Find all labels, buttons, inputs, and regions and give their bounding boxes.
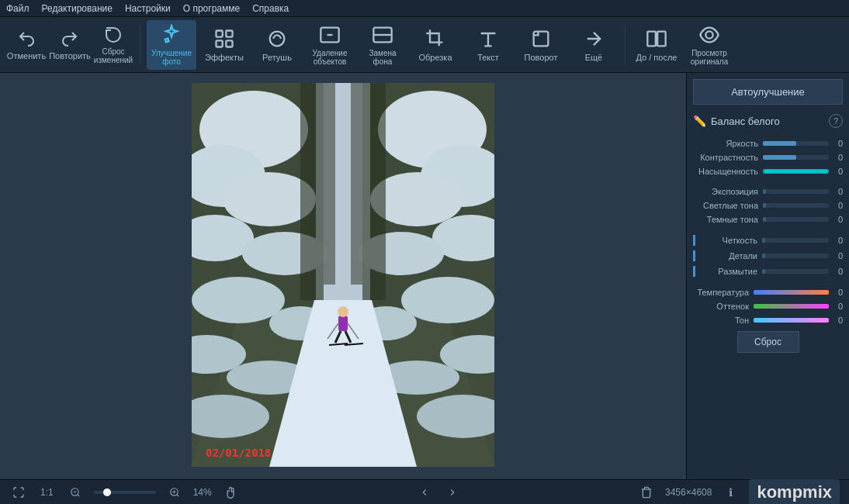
reset-button[interactable]: Сброс: [737, 331, 799, 353]
remove-objects-button[interactable]: Удалениеобъектов: [305, 20, 355, 70]
svg-rect-9: [657, 31, 666, 46]
brightness-value: 0: [832, 139, 843, 148]
contrast-label: Контрастность: [693, 153, 763, 162]
clarity-value: 0: [832, 236, 843, 245]
details-row: Детали 0: [693, 250, 843, 261]
preview-button[interactable]: Просмотроригинала: [684, 20, 734, 70]
clarity-label: Четкость: [697, 236, 762, 245]
svg-point-43: [338, 306, 348, 317]
retouch-button[interactable]: Ретушь: [252, 20, 302, 70]
contrast-row: Контрастность 0: [693, 153, 843, 162]
crop-button[interactable]: Обрезка: [411, 20, 460, 70]
image-size-label: 3456×4608: [665, 487, 712, 498]
shadows-value: 0: [832, 215, 843, 224]
auto-enhance-button[interactable]: Автоулучшение: [693, 79, 843, 105]
redo-button[interactable]: Повторить: [50, 20, 90, 70]
right-panel: Автоулучшение ✏️ Баланс белого ? Яркость…: [686, 73, 849, 479]
menu-file[interactable]: Файл: [6, 3, 29, 14]
menu-edit[interactable]: Редактирование: [42, 3, 113, 14]
exposure-slider[interactable]: [763, 189, 829, 194]
effects-button[interactable]: Эффекты: [199, 20, 249, 70]
svg-rect-2: [217, 40, 223, 47]
bottom-bar: 1:1 14% 3456×4608 ℹ kompmix: [0, 479, 849, 504]
clarity-row: Четкость 0: [693, 235, 843, 246]
before-after-button[interactable]: До / после: [632, 20, 681, 70]
shadows-slider[interactable]: [763, 217, 829, 222]
reset-changes-button[interactable]: Сбросизменений: [93, 20, 133, 70]
next-button[interactable]: [443, 483, 462, 502]
zoom-in-button[interactable]: [165, 483, 184, 502]
highlights-row: Светлые тона 0: [693, 201, 843, 210]
photo-container: 02/01/2018: [192, 83, 494, 469]
clarity-slider[interactable]: [762, 238, 829, 243]
temperature-row: Температура 0: [693, 288, 843, 297]
blur-label: Размытие: [697, 267, 762, 276]
menu-help[interactable]: Справка: [252, 3, 289, 14]
svg-rect-7: [534, 31, 549, 46]
menu-about[interactable]: О программе: [183, 3, 240, 14]
brightness-label: Яркость: [693, 139, 763, 148]
highlights-label: Светлые тона: [693, 201, 763, 210]
enhance-photo-button[interactable]: Улучшениефото: [147, 20, 196, 70]
temperature-label: Температура: [693, 288, 754, 297]
info-button[interactable]: ℹ: [721, 483, 740, 502]
menubar: Файл Редактирование Настройки О программ…: [0, 0, 849, 17]
saturation-row: Насыщенность 0: [693, 167, 843, 176]
svg-rect-38: [362, 83, 386, 300]
svg-rect-40: [351, 83, 362, 285]
rotate-button[interactable]: Поворот: [516, 20, 566, 70]
svg-rect-8: [647, 31, 656, 46]
blur-value: 0: [832, 267, 843, 276]
tint-value: 0: [832, 302, 843, 311]
tone-value: 0: [832, 316, 843, 325]
fullscreen-button[interactable]: [9, 483, 28, 502]
saturation-slider[interactable]: [763, 169, 829, 174]
blur-accent: [693, 266, 695, 277]
zoom-out-button[interactable]: [66, 483, 85, 502]
details-value: 0: [832, 251, 843, 261]
tint-label: Оттенок: [693, 302, 754, 311]
help-button[interactable]: ?: [829, 114, 843, 128]
exposure-row: Экспозиция 0: [693, 187, 843, 196]
zoom-1to1-button[interactable]: 1:1: [37, 483, 57, 502]
tone-row: Тон 0: [693, 316, 843, 325]
svg-point-21: [192, 277, 285, 323]
contrast-value: 0: [832, 153, 843, 162]
undo-button[interactable]: Отменить: [6, 20, 47, 70]
exposure-value: 0: [832, 187, 843, 196]
hand-tool-button[interactable]: [221, 483, 240, 502]
tint-slider[interactable]: [754, 304, 829, 309]
clarity-accent: [693, 235, 695, 246]
prev-button[interactable]: [415, 483, 434, 502]
toolbar: Отменить Повторить Сбросизменений Улучше…: [0, 17, 849, 73]
svg-line-52: [77, 494, 79, 496]
svg-text:02/01/2018: 02/01/2018: [206, 447, 271, 459]
replace-background-button[interactable]: Заменафона: [358, 20, 407, 70]
svg-line-55: [176, 494, 178, 496]
svg-rect-0: [217, 30, 223, 36]
trash-button[interactable]: [637, 483, 656, 502]
svg-point-4: [270, 31, 285, 46]
section-title: Баланс белого: [711, 116, 824, 127]
details-slider[interactable]: [762, 254, 829, 258]
shadows-row: Темные тона 0: [693, 215, 843, 224]
text-button[interactable]: Текст: [463, 20, 513, 70]
canvas-area[interactable]: 02/01/2018: [0, 73, 686, 479]
more-button[interactable]: Ещё: [569, 20, 619, 70]
svg-rect-1: [226, 30, 232, 36]
highlights-slider[interactable]: [763, 203, 829, 208]
main-content: 02/01/2018 Автоулучшение ✏️ Баланс белог…: [0, 73, 849, 479]
details-accent: [693, 250, 695, 261]
brightness-slider[interactable]: [763, 141, 829, 146]
brightness-row: Яркость 0: [693, 139, 843, 148]
contrast-slider[interactable]: [763, 155, 829, 160]
temperature-slider[interactable]: [754, 290, 829, 295]
menu-settings[interactable]: Настройки: [125, 3, 171, 14]
saturation-value: 0: [832, 167, 843, 176]
svg-rect-39: [324, 83, 335, 285]
tone-slider[interactable]: [754, 318, 829, 323]
blur-slider[interactable]: [762, 269, 829, 274]
exposure-label: Экспозиция: [693, 187, 763, 196]
zoom-1to1-label: 1:1: [40, 487, 54, 498]
zoom-slider[interactable]: [94, 491, 156, 494]
